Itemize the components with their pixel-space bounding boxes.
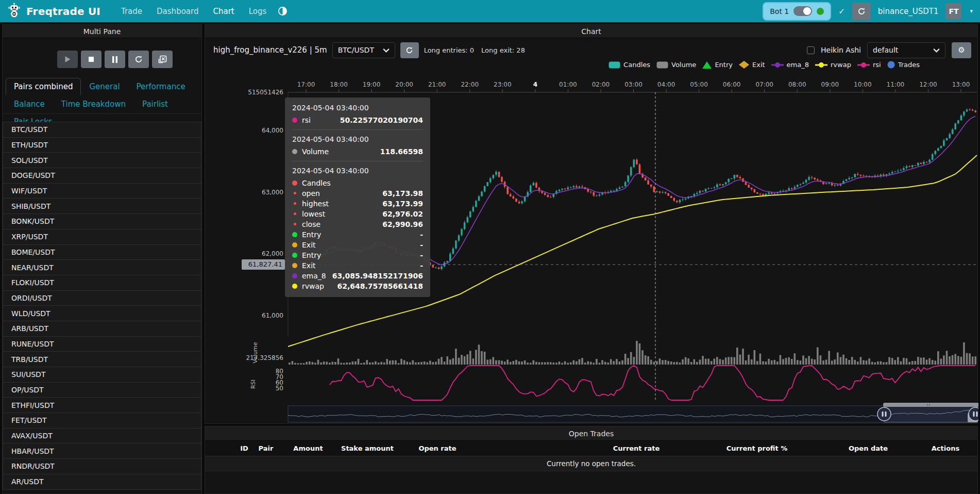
pair-row-ethfi[interactable]: ETHFI/USDT: [3, 397, 201, 413]
legend-label: Candles: [623, 61, 650, 69]
play-button[interactable]: [57, 51, 78, 68]
pair-row-eth[interactable]: ETH/USDT: [3, 137, 201, 153]
heikin-ashi-checkbox[interactable]: [807, 46, 815, 54]
chart-refresh-button[interactable]: [400, 42, 419, 58]
column-header-current-profit: Current profit %: [726, 444, 787, 452]
pair-row-ordi[interactable]: ORDI/USDT: [3, 290, 201, 306]
empty-message: Currently no open trades.: [547, 459, 636, 468]
series-dot-icon: [294, 223, 296, 225]
signal-counts: Long entries: 0 Long exit: 28: [424, 46, 525, 54]
pair-row-floki[interactable]: FLOKI/USDT: [3, 275, 201, 291]
pair-row-shib[interactable]: SHIB/USDT: [3, 198, 201, 214]
stop-button[interactable]: [81, 51, 102, 68]
nav-link-chart[interactable]: Chart: [213, 7, 234, 16]
tab-pairs-combined[interactable]: Pairs combined: [6, 78, 81, 95]
ema_8-line-icon: [771, 62, 784, 68]
series-dot-icon: [294, 202, 296, 205]
pair-row-arb[interactable]: ARB/USDT: [3, 321, 201, 337]
tab-pairlist[interactable]: Pairlist: [134, 95, 176, 113]
chart-legend: CandlesVolumeEntryExitema_8rvwaprsiTrade…: [609, 61, 920, 69]
plot-config-value: default: [873, 46, 898, 54]
pair-row-sol[interactable]: SOL/USDT: [3, 152, 201, 168]
tooltip-timestamp: 2024-05-04 03:40:00: [292, 135, 423, 143]
tooltip-row-Exit: Exit -: [292, 261, 423, 270]
legend-item-ema_8[interactable]: ema_8: [771, 61, 809, 69]
tooltip-row-lowest: lowest 62,976.02: [292, 209, 423, 218]
nav-link-dashboard[interactable]: Dashboard: [157, 7, 198, 16]
legend-item-rsi[interactable]: rsi: [857, 61, 881, 69]
svg-text:17:00: 17:00: [297, 81, 315, 88]
brand[interactable]: Freqtrade UI: [7, 2, 100, 20]
column-header-stake-amount: Stake amount: [341, 444, 394, 452]
bot-selector[interactable]: Bot 1: [763, 2, 831, 21]
multi-pane-title: Multi Pane: [83, 27, 121, 36]
svg-text:63,000: 63,000: [262, 189, 283, 196]
pair-row-trb[interactable]: TRB/USDT: [3, 351, 201, 367]
pair-row-near[interactable]: NEAR/USDT: [3, 259, 201, 275]
account-name: binance_USDT1: [878, 7, 939, 16]
tooltip-section: 2024-05-04 03:40:00 Volume 118.66598: [292, 129, 423, 156]
bot-toggle[interactable]: [793, 6, 812, 16]
tab-performance[interactable]: Performance: [128, 78, 194, 95]
nav-link-trade[interactable]: Trade: [121, 7, 142, 16]
theme-toggle-icon[interactable]: [278, 6, 288, 16]
tooltip-timestamp: 2024-05-04 03:40:00: [292, 104, 423, 112]
pair-row-avax[interactable]: AVAX/USDT: [3, 428, 201, 444]
pair-row-doge[interactable]: DOGE/USDT: [3, 168, 201, 184]
tooltip-row-highest: highest 63,173.99: [292, 199, 423, 208]
tooltip-label: Entry: [302, 230, 420, 239]
chart-plot-area[interactable]: 17:0018:0019:0020:0021:0022:0023:00401:0…: [205, 74, 978, 424]
legend-item-exit[interactable]: Exit: [739, 61, 765, 69]
pair-row-wld[interactable]: WLD/USDT: [3, 305, 201, 321]
plot-settings-gear-button[interactable]: ⚙: [952, 42, 971, 58]
tooltip-value: 118.66598: [380, 147, 423, 156]
pair-row-xrp[interactable]: XRP/USDT: [3, 229, 201, 245]
tab-balance[interactable]: Balance: [6, 95, 53, 113]
candles-swatch-icon: [609, 61, 620, 69]
pair-row-sui[interactable]: SUI/USDT: [3, 367, 201, 383]
pair-row-hbar[interactable]: HBAR/USDT: [3, 443, 201, 459]
app-title: Freqtrade UI: [26, 5, 100, 18]
plot-config-select[interactable]: default: [867, 42, 945, 58]
legend-item-trades[interactable]: Trades: [887, 61, 920, 69]
pair-row-ar[interactable]: AR/USDT: [3, 474, 201, 490]
tooltip-value: 62,990.96: [382, 220, 423, 228]
legend-item-rvwap[interactable]: rvwap: [815, 61, 851, 69]
avatar[interactable]: FT: [945, 3, 961, 19]
series-dot-icon: [294, 192, 296, 194]
tab-general[interactable]: General: [81, 78, 128, 95]
chevron-down-icon[interactable]: ▾: [970, 8, 973, 14]
tooltip-label: ema_8: [302, 272, 332, 280]
tooltip-value: -: [420, 241, 423, 249]
tab-time-breakdown[interactable]: Time Breakdown: [53, 95, 134, 113]
legend-item-candles[interactable]: Candles: [609, 61, 650, 69]
pair-row-bonk[interactable]: BONK/USDT: [3, 213, 201, 229]
svg-text:13:00: 13:00: [952, 81, 970, 88]
svg-text:04:00: 04:00: [657, 81, 675, 88]
pair-row-fet[interactable]: FET/USDT: [3, 413, 201, 429]
svg-text:19:00: 19:00: [363, 81, 381, 88]
pair-select[interactable]: BTC/USDT: [332, 42, 395, 58]
nav-link-logs[interactable]: Logs: [249, 7, 267, 16]
tooltip-label: close: [302, 220, 382, 228]
tooltip-section: 2024-05-04 03:40:00 rsi 50.2257702019070…: [292, 104, 423, 124]
pause-button[interactable]: [105, 51, 125, 68]
tooltip-row-close: close 62,990.96: [292, 220, 423, 228]
tooltip-label: Candles: [302, 179, 423, 187]
pair-row-wif[interactable]: WIF/USDT: [3, 183, 201, 199]
legend-item-volume[interactable]: Volume: [656, 61, 696, 69]
legend-item-entry[interactable]: Entry: [702, 61, 733, 69]
pair-row-op[interactable]: OP/USDT: [3, 382, 201, 398]
pair-row-btc[interactable]: BTC/USDT: [3, 122, 201, 138]
tooltip-value: 63,173.98: [382, 189, 423, 197]
pair-row-rune[interactable]: RUNE/USDT: [3, 336, 201, 352]
clear-icon-button[interactable]: [152, 51, 173, 68]
long-exit-count: Long exit: 28: [481, 46, 525, 54]
open-trades-empty-row: Currently no open trades.: [205, 456, 977, 471]
pair-row-rndr[interactable]: RNDR/USDT: [3, 458, 201, 474]
pair-row-bome[interactable]: BOME/USDT: [3, 244, 201, 260]
reload-button[interactable]: [128, 51, 149, 68]
check-icon: ✓: [838, 7, 845, 16]
svg-text:09:00: 09:00: [821, 81, 839, 88]
global-refresh-button[interactable]: [852, 3, 871, 20]
